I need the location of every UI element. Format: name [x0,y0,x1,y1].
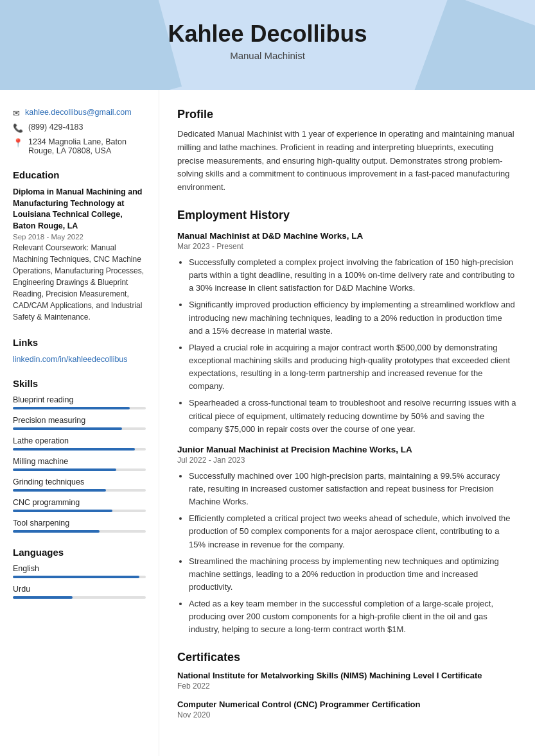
certificates-section-title: Certificates [177,651,517,664]
phone-value: (899) 429-4183 [28,123,83,132]
language-bar-fill [13,596,73,599]
skill-bar-fill [13,468,116,471]
skill-name: Milling machine [13,457,146,466]
skill-name: Grinding techniques [13,477,146,486]
skill-item: CNC programming [13,498,146,512]
job-bullet: Efficiently completed a critical project… [189,512,517,551]
education-entry: Diploma in Manual Machining and Manufact… [13,187,146,323]
cert-date: Feb 2022 [177,682,517,691]
skills-list: Blueprint reading Precision measuring La… [13,395,146,533]
cert-title: Computer Numerical Control (CNC) Program… [177,700,517,709]
job-bullet: Spearheaded a cross-functional team to t… [189,397,517,435]
skill-bar-fill [13,448,135,451]
job-dates: Mar 2023 - Present [177,242,517,251]
candidate-title: Manual Machinist [0,50,535,61]
education-section-title: Education [13,169,146,180]
cert-date: Nov 2020 [177,710,517,719]
skill-name: CNC programming [13,498,146,507]
language-item: English [13,564,146,578]
job-dates: Jul 2022 - Jan 2023 [177,456,517,465]
header-background: Kahlee Decollibus Manual Machinist [0,0,535,90]
cert-entry: National Institute for Metalworking Skil… [177,671,517,691]
skill-bar-bg [13,448,146,451]
edu-degree: Diploma in Manual Machining and Manufact… [13,187,146,232]
skill-name: Blueprint reading [13,395,146,404]
job-bullet: Successfully completed a complex project… [189,256,517,295]
skill-item: Precision measuring [13,416,146,430]
skill-bar-fill [13,489,106,492]
language-bar-fill [13,576,139,578]
phone-icon: 📞 [13,123,23,133]
skill-name: Tool sharpening [13,519,146,528]
email-icon: ✉ [13,108,20,118]
profile-section-title: Profile [177,108,517,121]
main-content: Profile Dedicated Manual Machinist with … [159,90,535,756]
certs-list: National Institute for Metalworking Skil… [177,671,517,719]
edu-dates: Sep 2018 - May 2022 [13,233,146,241]
skill-item: Milling machine [13,457,146,471]
job-bullet: Acted as a key team member in the succes… [189,597,517,636]
skill-bar-bg [13,530,146,533]
skill-item: Tool sharpening [13,519,146,533]
skill-bar-fill [13,510,112,512]
job-bullet: Successfully machined over 100 high-prec… [189,470,517,508]
location-icon: 📍 [13,138,23,148]
language-name: Urdu [13,585,146,594]
language-bar-bg [13,596,146,599]
skill-bar-fill [13,427,122,430]
linkedin-link[interactable]: linkedin.com/in/kahleedecollibus [13,355,128,364]
profile-text: Dedicated Manual Machinist with 1 year o… [177,128,517,194]
skill-item: Lathe operation [13,436,146,451]
employment-section-title: Employment History [177,209,517,222]
job-bullet: Significantly improved production effici… [189,298,517,337]
job-bullet: Streamlined the machining process by imp… [189,555,517,594]
skill-bar-fill [13,407,130,409]
skill-item: Grinding techniques [13,477,146,492]
links-section-title: Links [13,337,146,348]
candidate-name: Kahlee Decollibus [0,21,535,47]
skill-name: Precision measuring [13,416,146,425]
job-entry: Manual Machinist at D&D Machine Works, L… [177,231,517,436]
language-item: Urdu [13,585,146,599]
jobs-list: Manual Machinist at D&D Machine Works, L… [177,231,517,637]
cert-entry: Computer Numerical Control (CNC) Program… [177,700,517,719]
sidebar: ✉ kahlee.decollibus@gmail.com 📞 (899) 42… [0,90,159,756]
job-title: Junior Manual Machinist at Precision Mac… [177,445,517,454]
skill-bar-bg [13,407,146,409]
email-link[interactable]: kahlee.decollibus@gmail.com [25,108,132,117]
languages-list: English Urdu [13,564,146,599]
job-bullet: Played a crucial role in acquiring a maj… [189,341,517,393]
header-content: Kahlee Decollibus Manual Machinist [0,0,535,61]
job-bullets: Successfully machined over 100 high-prec… [177,470,517,637]
job-bullets: Successfully completed a complex project… [177,256,517,436]
languages-section-title: Languages [13,547,146,558]
main-layout: ✉ kahlee.decollibus@gmail.com 📞 (899) 42… [0,90,535,756]
contact-email: ✉ kahlee.decollibus@gmail.com [13,108,146,118]
job-entry: Junior Manual Machinist at Precision Mac… [177,445,517,637]
skill-bar-bg [13,427,146,430]
skill-bar-bg [13,468,146,471]
skill-bar-bg [13,489,146,492]
skill-bar-fill [13,530,100,533]
contact-phone: 📞 (899) 429-4183 [13,123,146,133]
address-value: 1234 Magnolia Lane, Baton Rouge, LA 7080… [28,137,146,155]
cert-title: National Institute for Metalworking Skil… [177,671,517,680]
contact-address: 📍 1234 Magnolia Lane, Baton Rouge, LA 70… [13,137,146,155]
edu-coursework: Relevant Coursework: Manual Machining Te… [13,242,146,323]
language-bar-bg [13,576,146,578]
skills-section-title: Skills [13,378,146,389]
language-name: English [13,564,146,573]
skill-name: Lathe operation [13,436,146,445]
skill-bar-bg [13,510,146,512]
skill-item: Blueprint reading [13,395,146,409]
job-title: Manual Machinist at D&D Machine Works, L… [177,231,517,241]
